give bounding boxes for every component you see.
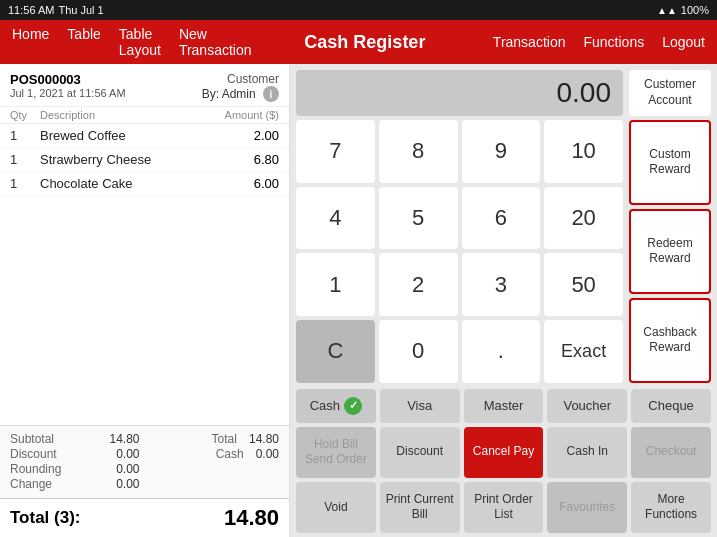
- print-current-bill-button[interactable]: Print Current Bill: [380, 482, 460, 533]
- nav-left: Home Table Table Layout New Transaction: [12, 26, 252, 58]
- num-20[interactable]: 20: [544, 187, 623, 250]
- pay-cash-label: Cash: [310, 398, 340, 413]
- table-row[interactable]: 1 Chocolate Cake 6.00: [0, 172, 289, 196]
- nav-right: Transaction Functions Logout: [478, 34, 705, 50]
- pay-cheque-button[interactable]: Cheque: [631, 389, 711, 423]
- order-id-block: POS000003 Jul 1, 2021 at 11:56 AM: [10, 72, 126, 102]
- change-value: 0.00: [116, 477, 139, 491]
- battery-icon: 100%: [681, 4, 709, 16]
- num-3[interactable]: 3: [462, 253, 541, 316]
- num-10[interactable]: 10: [544, 120, 623, 183]
- num-2[interactable]: 2: [379, 253, 458, 316]
- subtotal-value: 14.80: [109, 432, 139, 446]
- subtotal-label: Subtotal: [10, 432, 54, 446]
- order-items-list: 1 Brewed Coffee 2.00 1 Strawberry Cheese…: [0, 124, 289, 425]
- table-row[interactable]: 1 Strawberry Cheese 6.80: [0, 148, 289, 172]
- wifi-icon: ▲▲: [657, 5, 677, 16]
- customer-account-button[interactable]: Customer Account: [629, 70, 711, 116]
- right-panel: 0.00 7 8 9 10 4 5 6 20 1 2 3 50 C 0: [290, 64, 717, 537]
- void-button[interactable]: Void: [296, 482, 376, 533]
- more-functions-button[interactable]: More Functions: [631, 482, 711, 533]
- grand-total-label: Total (3):: [10, 508, 81, 528]
- discount-value: 0.00: [116, 447, 139, 461]
- action-row-1: Hold Bill Send Order Discount Cancel Pay…: [290, 427, 717, 482]
- redeem-reward-button[interactable]: Redeem Reward: [629, 209, 711, 294]
- cashback-reward-button[interactable]: Cashback Reward: [629, 298, 711, 383]
- num-0[interactable]: 0: [379, 320, 458, 383]
- item-qty: 1: [10, 152, 40, 167]
- nav-logout[interactable]: Logout: [662, 34, 705, 50]
- hold-bill-button[interactable]: Hold Bill Send Order: [296, 427, 376, 478]
- item-desc: Brewed Coffee: [40, 128, 209, 143]
- item-amount: 2.00: [209, 128, 279, 143]
- pay-master-button[interactable]: Master: [464, 389, 544, 423]
- rounding-label: Rounding: [10, 462, 61, 476]
- total-label-right: Total: [212, 432, 237, 446]
- discount-button[interactable]: Discount: [380, 427, 460, 478]
- item-qty: 1: [10, 176, 40, 191]
- num-dot[interactable]: .: [462, 320, 541, 383]
- num-5[interactable]: 5: [379, 187, 458, 250]
- grand-total: Total (3): 14.80: [0, 498, 289, 537]
- num-9[interactable]: 9: [462, 120, 541, 183]
- customer-label: Customer: [202, 72, 279, 86]
- nav-functions[interactable]: Functions: [583, 34, 644, 50]
- numpad-container: 0.00 7 8 9 10 4 5 6 20 1 2 3 50 C 0: [296, 70, 623, 383]
- payment-row: Cash ✓ Visa Master Voucher Cheque: [290, 389, 717, 427]
- right-sidebar: Customer Account Custom Reward Redeem Re…: [629, 70, 711, 383]
- num-7[interactable]: 7: [296, 120, 375, 183]
- nav-transaction[interactable]: Transaction: [493, 34, 566, 50]
- item-desc: Strawberry Cheese: [40, 152, 209, 167]
- nav-home[interactable]: Home: [12, 26, 49, 58]
- column-headers: Qty Description Amount ($): [0, 107, 289, 124]
- item-qty: 1: [10, 128, 40, 143]
- status-time: 11:56 AM: [8, 4, 54, 16]
- col-qty-header: Qty: [10, 109, 40, 121]
- checkout-button[interactable]: Checkout: [631, 427, 711, 478]
- order-totals: Subtotal 14.80 Discount 0.00 Rounding 0.…: [0, 425, 289, 498]
- display: 0.00: [296, 70, 623, 116]
- col-desc-header: Description: [40, 109, 209, 121]
- num-1[interactable]: 1: [296, 253, 375, 316]
- cash-label-right: Cash: [216, 447, 244, 461]
- grand-total-value: 14.80: [224, 505, 279, 531]
- num-6[interactable]: 6: [462, 187, 541, 250]
- num-4[interactable]: 4: [296, 187, 375, 250]
- action-row-2: Void Print Current Bill Print Order List…: [290, 482, 717, 537]
- order-header: POS000003 Jul 1, 2021 at 11:56 AM Custom…: [0, 64, 289, 107]
- customer-name: By: Admin i: [202, 86, 279, 102]
- total-value-right: 14.80: [249, 432, 279, 446]
- numpad-section: 0.00 7 8 9 10 4 5 6 20 1 2 3 50 C 0: [290, 64, 717, 389]
- cash-in-button[interactable]: Cash In: [547, 427, 627, 478]
- nav-table-layout[interactable]: Table Layout: [119, 26, 161, 58]
- status-day: Thu Jul 1: [58, 4, 103, 16]
- item-desc: Chocolate Cake: [40, 176, 209, 191]
- change-label: Change: [10, 477, 52, 491]
- order-date: Jul 1, 2021 at 11:56 AM: [10, 87, 126, 99]
- info-icon[interactable]: i: [263, 86, 279, 102]
- favourites-button[interactable]: Favourites: [547, 482, 627, 533]
- discount-label: Discount: [10, 447, 57, 461]
- left-panel: POS000003 Jul 1, 2021 at 11:56 AM Custom…: [0, 64, 290, 537]
- col-amount-header: Amount ($): [209, 109, 279, 121]
- cancel-pay-button[interactable]: Cancel Pay: [464, 427, 544, 478]
- item-amount: 6.00: [209, 176, 279, 191]
- table-row[interactable]: 1 Brewed Coffee 2.00: [0, 124, 289, 148]
- num-50[interactable]: 50: [544, 253, 623, 316]
- pay-voucher-button[interactable]: Voucher: [547, 389, 627, 423]
- nav-new-transaction[interactable]: New Transaction: [179, 26, 252, 58]
- item-amount: 6.80: [209, 152, 279, 167]
- num-clear[interactable]: C: [296, 320, 375, 383]
- custom-reward-button[interactable]: Custom Reward: [629, 120, 711, 205]
- print-order-list-button[interactable]: Print Order List: [464, 482, 544, 533]
- pay-visa-button[interactable]: Visa: [380, 389, 460, 423]
- nav-bar: Home Table Table Layout New Transaction …: [0, 20, 717, 64]
- page-title: Cash Register: [304, 32, 425, 52]
- main-container: POS000003 Jul 1, 2021 at 11:56 AM Custom…: [0, 64, 717, 537]
- num-8[interactable]: 8: [379, 120, 458, 183]
- num-exact[interactable]: Exact: [544, 320, 623, 383]
- customer-block: Customer By: Admin i: [202, 72, 279, 102]
- nav-table[interactable]: Table: [67, 26, 100, 58]
- order-id: POS000003: [10, 72, 126, 87]
- pay-cash-button[interactable]: Cash ✓: [296, 389, 376, 423]
